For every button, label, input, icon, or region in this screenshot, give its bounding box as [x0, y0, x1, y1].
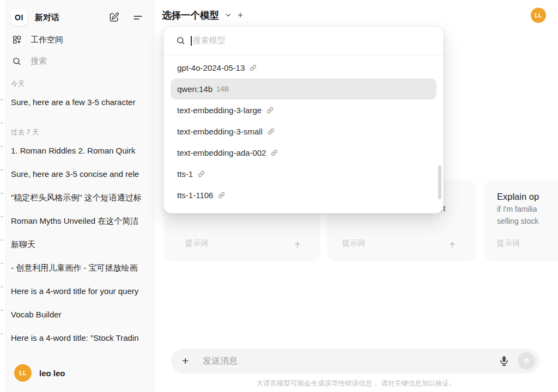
edge-tick: [1, 146, 3, 147]
sidebar-item-workspace[interactable]: 工作空间: [0, 32, 154, 47]
model-name: gpt-4o-2024-05-13: [177, 63, 245, 72]
new-chat-button[interactable]: [107, 11, 120, 24]
edge-tick: [1, 99, 3, 100]
edge-tick: [1, 263, 3, 264]
sidebar-search[interactable]: 搜索: [0, 53, 154, 69]
model-name: text-embedding-3-small: [177, 127, 263, 136]
suggestion-title: Explain op: [497, 192, 539, 202]
edge-tick: [1, 286, 3, 287]
model-option[interactable]: text-embedding-3-large: [164, 100, 443, 121]
chat-history-item[interactable]: 新聊天: [11, 232, 154, 256]
user-name: leo leo: [39, 369, 65, 378]
chat-history-item[interactable]: Here is a 4-word title for your query: [11, 279, 154, 303]
prompt-label: 提示词: [342, 238, 365, 248]
link-icon: [268, 128, 275, 135]
model-option[interactable]: tts-1-1106: [164, 185, 443, 206]
model-option[interactable]: text-embedding-3-small: [164, 121, 443, 142]
model-name: text-embedding-3-large: [177, 106, 262, 115]
chevron-down-icon: [225, 11, 232, 19]
model-name: text-embedding-ada-002: [177, 148, 266, 157]
workspace-label: 工作空间: [31, 35, 63, 45]
new-chat-title: 新对话: [35, 13, 59, 23]
message-composer[interactable]: + 发送消息: [171, 348, 539, 373]
prompt-label: 提示词: [185, 238, 208, 248]
chat-history-list: 今天Sure, here are a few 3-5 character过去 7…: [11, 76, 154, 357]
section-label: 今天: [11, 78, 154, 89]
link-icon: [218, 192, 225, 199]
user-menu[interactable]: LL leo leo: [0, 358, 154, 392]
sidebar-header: OI 新对话: [0, 8, 154, 27]
microphone-icon[interactable]: [498, 355, 510, 367]
arrow-up-icon: [522, 357, 531, 365]
model-option[interactable]: gpt-4o-2024-05-13: [164, 57, 443, 78]
model-option[interactable]: qwen:14b14B: [171, 78, 436, 100]
suggestion-line: if I'm familia: [497, 205, 537, 213]
model-search-placeholder: 搜索模型: [193, 35, 226, 46]
edge-tick: [1, 169, 3, 170]
chat-history-item[interactable]: Vocab Builder: [11, 303, 154, 326]
chat-history-item[interactable]: Here is a 4-word title: "Stock Tradin: [11, 326, 154, 350]
edge-tick: [1, 240, 3, 241]
app-logo: OI: [11, 9, 27, 26]
sidebar-toggle-icon: [132, 12, 143, 23]
model-option[interactable]: text-embedding-ada-002: [164, 142, 443, 163]
model-option[interactable]: tts-1: [164, 163, 443, 185]
search-icon: [12, 56, 22, 66]
model-selector-label: 选择一个模型: [162, 9, 219, 22]
chat-history-item[interactable]: 1. Roman Riddles 2. Roman Quirk: [11, 139, 154, 162]
text-cursor: [191, 36, 192, 46]
app-window: OI 新对话 工作空间 搜索: [0, 0, 558, 392]
model-list: gpt-4o-2024-05-13qwen:14b14Btext-embeddi…: [164, 55, 443, 206]
model-dropdown: 搜索模型 gpt-4o-2024-05-13qwen:14b14Btext-em…: [163, 26, 444, 213]
model-search-input[interactable]: 搜索模型: [164, 27, 443, 55]
suggestion-line: selling stock: [497, 217, 538, 225]
chat-history-item[interactable]: "稳定栏头风格示例" 这个短语通过标: [11, 186, 154, 209]
add-model-button[interactable]: +: [238, 10, 243, 21]
model-name: qwen:14b: [177, 84, 213, 94]
dropdown-scrollbar[interactable]: [438, 166, 441, 199]
edge-tick: [1, 193, 3, 194]
model-selector[interactable]: 选择一个模型: [162, 9, 232, 22]
arrow-up-icon: [293, 241, 302, 249]
sidebar-search-placeholder: 搜索: [31, 56, 47, 66]
edge-tick: [1, 310, 3, 311]
chat-history-item[interactable]: Sure, here are a few 3-5 character: [11, 90, 154, 114]
model-name: tts-1-1106: [177, 191, 213, 200]
model-size-badge: 14B: [216, 85, 229, 93]
search-icon: [176, 36, 185, 45]
link-icon: [271, 149, 278, 156]
link-icon: [250, 64, 257, 71]
edge-tick: [1, 122, 3, 124]
send-button[interactable]: [518, 352, 535, 370]
link-icon: [266, 107, 274, 114]
pencil-square-icon: [108, 12, 119, 23]
prompt-label: 提示词: [497, 238, 520, 248]
message-input-placeholder[interactable]: 发送消息: [203, 356, 498, 367]
chat-history-item[interactable]: - 创意利用儿童画作 - 宝可拯放绘画: [11, 256, 154, 279]
edge-tick: [1, 216, 3, 217]
model-name: tts-1: [177, 169, 193, 179]
arrow-up-icon: [448, 241, 457, 249]
chat-history-item[interactable]: Sure, here are 3-5 concise and rele: [11, 162, 154, 186]
section-label: 过去 7 天: [11, 127, 154, 138]
llm-disclaimer: 大语言模型可能会生成误导性错误信息， 请对关键信息加以验证。: [154, 379, 558, 388]
sidebar-toggle-button[interactable]: [131, 11, 144, 24]
attach-plus-button[interactable]: +: [182, 354, 194, 367]
header-avatar[interactable]: LL: [531, 8, 546, 23]
workspace-grid-icon: [12, 35, 22, 45]
sidebar: OI 新对话 工作空间 搜索: [0, 0, 154, 392]
user-avatar: LL: [14, 364, 32, 382]
link-icon: [198, 170, 205, 177]
chat-history-item[interactable]: Roman Myths Unveiled 在这个简洁: [11, 209, 154, 232]
edge-tick: [1, 333, 3, 334]
prompt-suggestion-card[interactable]: Explain op if I'm familia selling stock …: [484, 180, 558, 261]
